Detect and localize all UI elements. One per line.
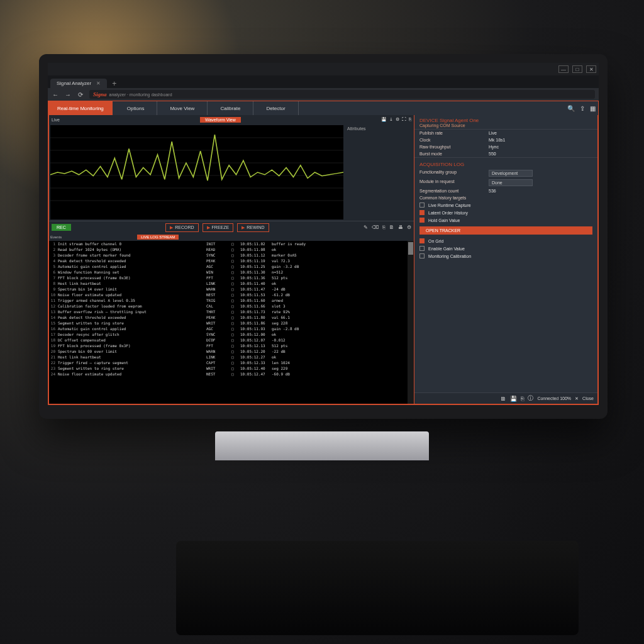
log-row[interactable]: 9Spectrum bin 14 over limitWARN□10:05:11… bbox=[49, 286, 414, 292]
window-titlebar: — □ ✕ bbox=[48, 63, 599, 75]
kv-row: Raw throughputHync bbox=[414, 143, 597, 150]
log-row[interactable]: 24Noise floor estimate updatedNEST□10:05… bbox=[49, 371, 414, 377]
kv-value: 536 bbox=[489, 189, 496, 193]
rewind-button[interactable]: ▶REWIND bbox=[237, 223, 269, 232]
export-icon[interactable]: ⇪ bbox=[580, 105, 585, 112]
nav-back-icon[interactable]: ← bbox=[52, 91, 59, 98]
tab-close-icon[interactable]: ✕ bbox=[96, 80, 101, 86]
log-row[interactable]: 19FFT block processed (frame 0x3F)FFT□10… bbox=[49, 343, 414, 348]
log-row[interactable]: 10Noise floor estimate updatedNEST□10:05… bbox=[49, 292, 414, 297]
log-row[interactable]: 3Decoder frame start marker foundSYNC□10… bbox=[49, 252, 414, 258]
ctrl-delete-icon[interactable]: ⌫ bbox=[372, 225, 379, 230]
kv-value: Live bbox=[489, 131, 497, 135]
log-row[interactable]: 22Trigger fired — capture segmentCAPT□10… bbox=[49, 360, 414, 365]
kv-input[interactable]: Development bbox=[489, 170, 533, 177]
log-row[interactable]: 16Automatic gain control appliedAGC□10:0… bbox=[49, 326, 414, 331]
log-row[interactable]: 11Trigger armed channel A level 0.35TRIG… bbox=[49, 297, 414, 303]
record-indicator[interactable]: REC bbox=[52, 224, 71, 231]
checkbox-row[interactable]: Monitoring Calibration bbox=[414, 252, 597, 260]
checkbox-icon[interactable] bbox=[419, 238, 425, 243]
waveform-chart[interactable] bbox=[50, 125, 343, 219]
status-doc-icon[interactable]: 🗎 bbox=[501, 396, 506, 402]
status-save-icon[interactable]: 💾 bbox=[510, 396, 517, 402]
chart-settings-icon[interactable]: ⚙ bbox=[396, 117, 399, 122]
log-row[interactable]: 13Buffer overflow risk — throttling inpu… bbox=[49, 309, 414, 314]
status-bar: 🗎 💾 ⎘ ⓘ Connected 100% ✕ Close bbox=[414, 392, 597, 404]
log-row[interactable]: 8Host link heartbeatLINK□10:05:11.40ok bbox=[49, 280, 414, 286]
checkbox-icon[interactable] bbox=[419, 210, 425, 215]
nav-reload-icon[interactable]: ⟳ bbox=[77, 91, 84, 98]
freeze-button[interactable]: ▶FREEZE bbox=[203, 223, 234, 232]
record-button[interactable]: ▶RECORD bbox=[165, 223, 198, 232]
ctrl-print-icon[interactable]: 🖶 bbox=[398, 225, 403, 230]
checkbox-icon[interactable] bbox=[419, 203, 425, 208]
window-close-button[interactable]: ✕ bbox=[586, 65, 596, 73]
status-connected: Connected 100% bbox=[537, 396, 571, 401]
log-scroll-thumb[interactable] bbox=[408, 242, 413, 255]
ctrl-edit-icon[interactable]: ✎ bbox=[364, 225, 368, 230]
kv-value: 550 bbox=[489, 152, 496, 156]
checkbox-row[interactable]: Latent Order History bbox=[414, 209, 597, 216]
status-close-button[interactable]: Close bbox=[582, 396, 594, 401]
log-scrollbar[interactable] bbox=[408, 241, 414, 404]
chart-header-icons: 💾 ⤓ ⚙ ⛶ ⎘ bbox=[381, 117, 411, 122]
log-row[interactable]: 6Window function Hanning setWIN□10:05:11… bbox=[49, 269, 414, 275]
checkbox-label: Enable Gain Value bbox=[428, 247, 465, 251]
new-tab-button[interactable]: + bbox=[107, 79, 121, 88]
checkbox-icon[interactable] bbox=[419, 246, 425, 251]
toolbar-tab-calibrate[interactable]: Calibrate bbox=[208, 101, 253, 115]
log-row[interactable]: 18DC offset compensatedDCOF□10:05:12.07-… bbox=[49, 337, 414, 343]
kv-row: Functionality groupDevelopment bbox=[414, 169, 597, 178]
search-icon[interactable]: 🔍 bbox=[567, 105, 575, 112]
grid-icon[interactable]: ▦ bbox=[590, 105, 596, 112]
url-field[interactable]: Signa analyzer · monitoring dashboard bbox=[89, 90, 595, 99]
checkbox-label: Latent Order History bbox=[428, 211, 468, 215]
browser-tab[interactable]: Signal Analyzer ✕ bbox=[50, 79, 107, 88]
checkbox-row[interactable]: Enable Gain Value bbox=[414, 245, 597, 252]
open-tracker-button[interactable]: OPEN TRACKER bbox=[419, 226, 592, 235]
ctrl-copy-icon[interactable]: ⎘ bbox=[382, 225, 386, 230]
log-row[interactable]: 17Decoder resync after glitchSYNC□10:05:… bbox=[49, 331, 414, 337]
checkbox-icon[interactable] bbox=[419, 218, 425, 223]
log-row[interactable]: 5Automatic gain control appliedAGC□10:05… bbox=[49, 264, 414, 269]
keyboard bbox=[176, 541, 579, 635]
toolbar-tab-moveview[interactable]: Move View bbox=[157, 101, 208, 115]
ctrl-doc-icon[interactable]: 🗎 bbox=[389, 225, 394, 230]
checkbox-row[interactable]: Hold Gain Value bbox=[414, 216, 597, 224]
log-row[interactable]: 7FFT block processed (frame 0x3E)FFT□10:… bbox=[49, 275, 414, 280]
chart-copy-icon[interactable]: ⎘ bbox=[409, 117, 411, 122]
url-rest: analyzer · monitoring dashboard bbox=[109, 92, 172, 97]
checkbox-row[interactable]: Live Runtime Capture bbox=[414, 201, 597, 209]
log-row[interactable]: 20Spectrum bin 09 over limitWARN□10:05:1… bbox=[49, 348, 414, 354]
toolbar-tab-active[interactable]: Real-time Monitoring bbox=[48, 101, 113, 115]
kv-row: Module in requestDone bbox=[414, 178, 597, 187]
ctrl-gear-icon[interactable]: ⚙ bbox=[407, 225, 411, 230]
chart-download-icon[interactable]: ⤓ bbox=[389, 117, 393, 122]
chart-fullscreen-icon[interactable]: ⛶ bbox=[402, 117, 406, 122]
log-table[interactable]: 1Init stream buffer channel 0INIT□10:05:… bbox=[49, 241, 414, 404]
toolbar-tab-options[interactable]: Options bbox=[114, 101, 158, 115]
window-max-button[interactable]: □ bbox=[572, 65, 582, 73]
window-min-button[interactable]: — bbox=[558, 65, 569, 73]
log-header-tag: LIVE LOG STREAM bbox=[137, 235, 179, 240]
status-copy-icon[interactable]: ⎘ bbox=[521, 396, 524, 402]
checkbox-row[interactable]: On Grid bbox=[414, 237, 597, 245]
checkbox-icon[interactable] bbox=[419, 253, 425, 258]
nav-forward-icon[interactable]: → bbox=[64, 91, 72, 98]
kv-value: Hync bbox=[489, 145, 499, 149]
chart-save-icon[interactable]: 💾 bbox=[381, 117, 387, 122]
log-row[interactable]: 1Init stream buffer channel 0INIT□10:05:… bbox=[49, 241, 414, 247]
status-close-icon[interactable]: ✕ bbox=[575, 396, 579, 401]
app-root: Real-time Monitoring Options Move View C… bbox=[48, 101, 599, 405]
right-panel-header: DEVICE Signal Agent One Capturing COM So… bbox=[414, 115, 597, 130]
log-row[interactable]: 15Segment written to ring storeWRIT□10:0… bbox=[49, 320, 414, 326]
status-info-icon[interactable]: ⓘ bbox=[528, 394, 533, 402]
log-row[interactable]: 23Segment written to ring storeWRIT□10:0… bbox=[49, 365, 414, 371]
log-row[interactable]: 4Peak detect threshold exceededPEAK□10:0… bbox=[49, 258, 414, 264]
log-row[interactable]: 21Host link heartbeatLINK□10:05:12.27ok bbox=[49, 354, 414, 360]
log-row[interactable]: 14Peak detect threshold exceededPEAK□10:… bbox=[49, 314, 414, 320]
toolbar-tab-detector[interactable]: Detector bbox=[253, 101, 298, 115]
log-row[interactable]: 12Calibration factor loaded from eepromC… bbox=[49, 303, 414, 309]
kv-input[interactable]: Done bbox=[489, 179, 533, 186]
log-row[interactable]: 2Read buffer 1024 bytes (DMA)READ□10:05:… bbox=[49, 247, 414, 252]
